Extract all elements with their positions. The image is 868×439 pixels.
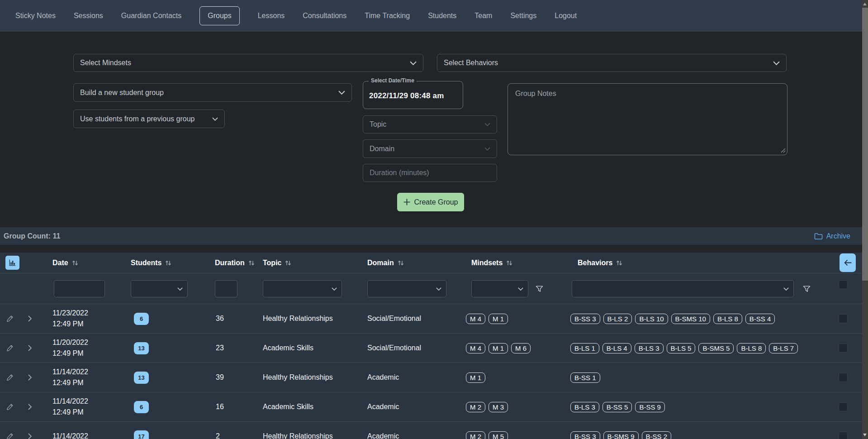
nav-item-groups[interactable]: Groups: [199, 6, 239, 25]
chart-view-button[interactable]: [5, 256, 19, 270]
edit-button[interactable]: [0, 403, 20, 411]
nav-item-guardian-contacts[interactable]: Guardian Contacts: [121, 12, 181, 20]
row-checkbox[interactable]: [839, 344, 848, 353]
groups-table: Date Students Duration Topic: [0, 253, 862, 439]
mindset-chip: M 6: [511, 343, 531, 353]
mindset-chip: M 5: [489, 431, 508, 439]
sort-icon: [616, 259, 623, 267]
scrollbar-thumb[interactable]: [862, 8, 868, 281]
student-count-badge: 13: [134, 342, 149, 354]
row-checkbox[interactable]: [839, 373, 848, 382]
table-row: 11/14/2022 12:49 PM 13 39 Healthy Relati…: [0, 363, 862, 392]
behavior-chip: B-SS 9: [635, 402, 665, 412]
behavior-chip: B-SS 3: [570, 314, 600, 324]
nav-item-lessons[interactable]: Lessons: [258, 12, 285, 20]
nav-item-sticky-notes[interactable]: Sticky Notes: [15, 12, 56, 20]
group-count: Group Count: 11: [4, 232, 60, 240]
edit-button[interactable]: [0, 432, 20, 439]
table-row: 11/23/2022 12:49 PM 6 36 Healthy Relatio…: [0, 304, 862, 333]
column-header-students[interactable]: Students: [131, 259, 215, 267]
expand-row-button[interactable]: [20, 433, 40, 439]
scroll-down-arrow[interactable]: [863, 434, 867, 436]
archive-link[interactable]: Archive: [814, 232, 850, 240]
column-header-domain[interactable]: Domain: [367, 259, 466, 267]
filter-funnel-icon[interactable]: [536, 286, 543, 292]
select-mindsets-dropdown[interactable]: Select Mindsets: [73, 54, 423, 72]
behavior-chip: B-SS 5: [602, 402, 632, 412]
nav-item-time-tracking[interactable]: Time Tracking: [365, 12, 410, 20]
nav-item-logout[interactable]: Logout: [555, 12, 577, 20]
column-header-behaviors[interactable]: Behaviors: [570, 259, 832, 267]
plus-icon: [403, 199, 410, 205]
nav-item-consultations[interactable]: Consultations: [303, 12, 346, 20]
row-duration: 16: [215, 403, 263, 411]
scroll-up-arrow[interactable]: [863, 3, 867, 5]
row-mindsets: M 2M 3: [466, 402, 570, 412]
chevron-right-icon: [28, 433, 32, 439]
group-notes-textarea[interactable]: [508, 83, 787, 155]
duration-input[interactable]: [363, 164, 497, 182]
row-date: 11/14/2022 12:49 PM: [40, 396, 131, 418]
build-group-dropdown[interactable]: Build a new student group: [73, 83, 352, 102]
behavior-chip: B-LS 10: [635, 314, 668, 324]
behavior-chip: B-LS 5: [667, 343, 696, 353]
expand-row-button[interactable]: [20, 315, 40, 322]
filter-date-input[interactable]: [54, 280, 105, 297]
filter-students-select[interactable]: [131, 280, 188, 297]
filter-mindsets-select[interactable]: [471, 280, 528, 297]
table-row: 11/20/2022 12:49 PM 13 23 Academic Skill…: [0, 333, 862, 363]
sort-icon: [506, 259, 513, 267]
folder-icon: [814, 233, 823, 240]
column-header-duration[interactable]: Duration: [215, 259, 263, 267]
edit-button[interactable]: [0, 344, 20, 352]
edit-button[interactable]: [0, 373, 20, 382]
row-duration: 2: [215, 432, 263, 439]
student-count-badge: 13: [134, 372, 149, 384]
nav-item-students[interactable]: Students: [428, 12, 456, 20]
filter-topic-select[interactable]: [263, 280, 342, 297]
column-header-date[interactable]: Date: [40, 259, 131, 267]
edit-icon: [6, 344, 14, 352]
filter-duration-input[interactable]: [215, 280, 237, 297]
row-behaviors: B-SS 3B-LS 2B-LS 10B-SMS 10B-LS 8B-SS 4: [570, 314, 832, 324]
collapse-columns-button[interactable]: [840, 253, 856, 272]
nav-item-sessions[interactable]: Sessions: [74, 12, 103, 20]
filter-funnel-icon[interactable]: [803, 286, 811, 292]
sort-icon: [397, 259, 404, 267]
column-header-topic[interactable]: Topic: [263, 259, 367, 267]
expand-row-button[interactable]: [20, 403, 40, 410]
expand-row-button[interactable]: [20, 344, 40, 352]
column-header-mindsets[interactable]: Mindsets: [466, 259, 570, 267]
behavior-chip: B-SMS 10: [671, 314, 710, 324]
filter-domain-select[interactable]: [367, 280, 446, 297]
chevron-right-icon: [28, 315, 32, 322]
nav-item-settings[interactable]: Settings: [510, 12, 536, 20]
topic-dropdown[interactable]: Topic: [363, 115, 497, 134]
row-checkbox[interactable]: [839, 402, 848, 411]
expand-row-button[interactable]: [20, 374, 40, 381]
select-behaviors-dropdown[interactable]: Select Behaviors: [437, 54, 787, 72]
row-checkbox[interactable]: [839, 432, 848, 439]
table-header-row: Date Students Duration Topic: [0, 253, 862, 273]
filter-behaviors-select[interactable]: [572, 280, 794, 297]
select-all-checkbox[interactable]: [839, 280, 848, 289]
nav-item-team[interactable]: Team: [474, 12, 492, 20]
resize-handle[interactable]: [781, 148, 786, 153]
filter-row: [0, 273, 862, 304]
edit-button[interactable]: [0, 315, 20, 323]
create-group-button[interactable]: Create Group: [397, 193, 464, 211]
student-count-badge: 6: [134, 313, 149, 325]
student-count-badge: 17: [134, 430, 149, 439]
row-mindsets: M 2M 5: [466, 431, 570, 439]
previous-group-dropdown[interactable]: Use students from a previous group: [73, 110, 225, 128]
datetime-field[interactable]: Select Date/Time 2022/11/29 08:48 am: [363, 81, 463, 109]
bar-chart-icon: [9, 259, 16, 267]
row-checkbox[interactable]: [839, 314, 848, 323]
vertical-scrollbar[interactable]: [862, 0, 868, 439]
chevron-down-icon: [436, 287, 441, 291]
domain-dropdown[interactable]: Domain: [363, 139, 497, 158]
column-header-label: Date: [52, 259, 68, 267]
mindset-chip: M 2: [466, 431, 485, 439]
row-students: 6: [131, 313, 215, 325]
mindset-chip: M 1: [466, 372, 485, 383]
